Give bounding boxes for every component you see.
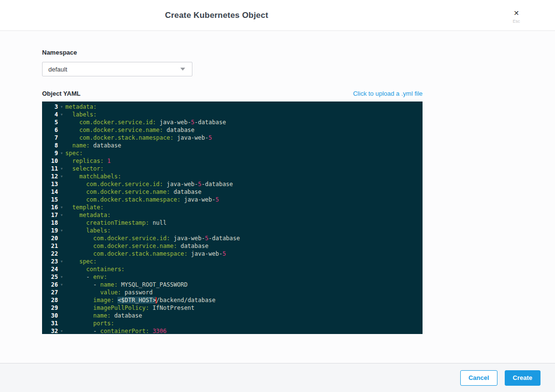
fold-spacer bbox=[58, 142, 65, 149]
editor-line[interactable]: 22 com.docker.stack.namespace: java-web-… bbox=[42, 250, 423, 258]
fold-spacer bbox=[58, 289, 65, 296]
upload-yml-link[interactable]: Click to upload a .yml file bbox=[353, 90, 423, 97]
editor-line[interactable]: 32▾ - containerPort: 3306 bbox=[42, 327, 423, 334]
fold-arrow-icon[interactable]: ▾ bbox=[58, 165, 65, 173]
code-token: com.docker.service.id: bbox=[86, 181, 163, 188]
fold-spacer bbox=[58, 312, 65, 319]
editor-line[interactable]: 27 value: password bbox=[42, 289, 423, 296]
code-token: env: bbox=[93, 274, 107, 280]
code-token: MYSQL_ROOT_PASSWORD bbox=[117, 281, 188, 288]
line-number: 16 bbox=[42, 203, 58, 211]
fold-spacer bbox=[58, 265, 65, 273]
editor-line[interactable]: 11▾ selector: bbox=[42, 165, 423, 173]
code-token: ports: bbox=[93, 320, 114, 327]
editor-line[interactable]: 23▾ spec: bbox=[42, 258, 423, 265]
editor-gutter: 21 bbox=[42, 242, 65, 250]
line-number: 4 bbox=[42, 111, 58, 118]
code-text: spec: bbox=[65, 149, 83, 157]
code-token: -database bbox=[194, 119, 226, 126]
code-token: 5 bbox=[222, 250, 226, 257]
fold-arrow-icon[interactable]: ▾ bbox=[58, 211, 65, 219]
editor-gutter: 22 bbox=[42, 250, 65, 258]
editor-line[interactable]: 14 com.docker.service.name: database bbox=[42, 188, 423, 196]
code-token: value: bbox=[100, 289, 121, 296]
fold-arrow-icon[interactable]: ▾ bbox=[58, 173, 65, 180]
editor-line[interactable]: 7 com.docker.stack.namespace: java-web-5 bbox=[42, 134, 423, 142]
editor-gutter: 15 bbox=[42, 196, 65, 203]
editor-line[interactable]: 28 image: <$DTR_HOST>/backend/database bbox=[42, 296, 423, 304]
editor-gutter: 12▾ bbox=[42, 173, 65, 180]
code-token bbox=[65, 173, 79, 180]
page-title: Create Kubernetes Object bbox=[165, 11, 268, 20]
editor-line[interactable]: 26▾ - name: MYSQL_ROOT_PASSWORD bbox=[42, 281, 423, 289]
editor-gutter: 19▾ bbox=[42, 227, 65, 234]
code-token: - bbox=[93, 328, 100, 334]
editor-gutter: 17▾ bbox=[42, 211, 65, 219]
code-token: replicas: bbox=[72, 158, 103, 164]
fold-arrow-icon[interactable]: ▾ bbox=[58, 273, 65, 281]
code-token: /backend/database bbox=[156, 297, 216, 304]
editor-line[interactable]: 20 com.docker.service.id: java-web-5-dat… bbox=[42, 234, 423, 242]
editor-line[interactable]: 13 com.docker.service.id: java-web-5-dat… bbox=[42, 180, 423, 188]
editor-gutter: 8 bbox=[42, 142, 65, 149]
fold-arrow-icon[interactable]: ▾ bbox=[58, 327, 65, 334]
code-token bbox=[65, 312, 93, 319]
editor-line[interactable]: 6 com.docker.service.name: database bbox=[42, 126, 423, 134]
code-token: 5 bbox=[216, 196, 219, 203]
code-token bbox=[65, 320, 93, 327]
editor-line[interactable]: 18 creationTimestamp: null bbox=[42, 219, 423, 227]
code-token bbox=[65, 219, 86, 226]
namespace-label: Namespace bbox=[42, 49, 77, 56]
line-number: 30 bbox=[42, 312, 58, 319]
fold-spacer bbox=[58, 234, 65, 242]
namespace-select[interactable]: default bbox=[42, 62, 192, 76]
editor-line[interactable]: 17▾ metadata: bbox=[42, 211, 423, 219]
fold-arrow-icon[interactable]: ▾ bbox=[58, 281, 65, 289]
editor-gutter: 16▾ bbox=[42, 203, 65, 211]
editor-line[interactable]: 16▾ template: bbox=[42, 203, 423, 211]
line-number: 21 bbox=[42, 242, 58, 250]
code-token: spec: bbox=[79, 258, 97, 265]
editor-line[interactable]: 24 containers: bbox=[42, 265, 423, 273]
line-number: 19 bbox=[42, 227, 58, 234]
editor-line[interactable]: 31 ports: bbox=[42, 319, 423, 327]
editor-gutter: 31 bbox=[42, 319, 65, 327]
editor-line[interactable]: 10 replicas: 1 bbox=[42, 157, 423, 165]
fold-arrow-icon[interactable]: ▾ bbox=[58, 258, 65, 265]
close-button[interactable]: ✕ Esc bbox=[506, 6, 527, 27]
code-token: metadata: bbox=[79, 212, 111, 218]
modal-footer: Cancel Create bbox=[0, 363, 555, 392]
editor-line[interactable]: 30 name: database bbox=[42, 312, 423, 319]
editor-line[interactable]: 21 com.docker.service.name: database bbox=[42, 242, 423, 250]
code-token: 1 bbox=[107, 158, 111, 164]
code-token bbox=[65, 243, 93, 249]
editor-line[interactable]: 29 imagePullPolicy: IfNotPresent bbox=[42, 304, 423, 312]
fold-arrow-icon[interactable]: ▾ bbox=[58, 111, 65, 118]
cancel-button[interactable]: Cancel bbox=[460, 370, 497, 386]
editor-line[interactable]: 3▾metadata: bbox=[42, 103, 423, 111]
editor-line[interactable]: 15 com.docker.stack.namespace: java-web-… bbox=[42, 196, 423, 203]
code-token: -database bbox=[202, 181, 233, 188]
code-text: com.docker.service.name: database bbox=[65, 188, 202, 196]
line-number: 14 bbox=[42, 188, 58, 196]
code-text: spec: bbox=[65, 258, 97, 265]
editor-line[interactable]: 5 com.docker.service.id: java-web-5-data… bbox=[42, 118, 423, 126]
code-token: 5 bbox=[208, 134, 212, 141]
line-number: 13 bbox=[42, 180, 58, 188]
editor-gutter: 24 bbox=[42, 265, 65, 273]
create-button[interactable]: Create bbox=[505, 370, 540, 386]
editor-line[interactable]: 4▾ labels: bbox=[42, 111, 423, 118]
editor-line[interactable]: 12▾ matchLabels: bbox=[42, 173, 423, 180]
code-token: com.docker.service.name: bbox=[79, 127, 163, 133]
fold-arrow-icon[interactable]: ▾ bbox=[58, 103, 65, 111]
fold-arrow-icon[interactable]: ▾ bbox=[58, 203, 65, 211]
editor-gutter: 14 bbox=[42, 188, 65, 196]
fold-arrow-icon[interactable]: ▾ bbox=[58, 149, 65, 157]
editor-line[interactable]: 9▾spec: bbox=[42, 149, 423, 157]
editor-line[interactable]: 19▾ labels: bbox=[42, 227, 423, 234]
editor-line[interactable]: 25▾ - env: bbox=[42, 273, 423, 281]
editor-line[interactable]: 8 name: database bbox=[42, 142, 423, 149]
code-text: com.docker.service.id: java-web-5-databa… bbox=[65, 118, 226, 126]
fold-arrow-icon[interactable]: ▾ bbox=[58, 227, 65, 234]
yaml-editor[interactable]: 3▾metadata:4▾ labels:5 com.docker.servic… bbox=[42, 102, 423, 334]
